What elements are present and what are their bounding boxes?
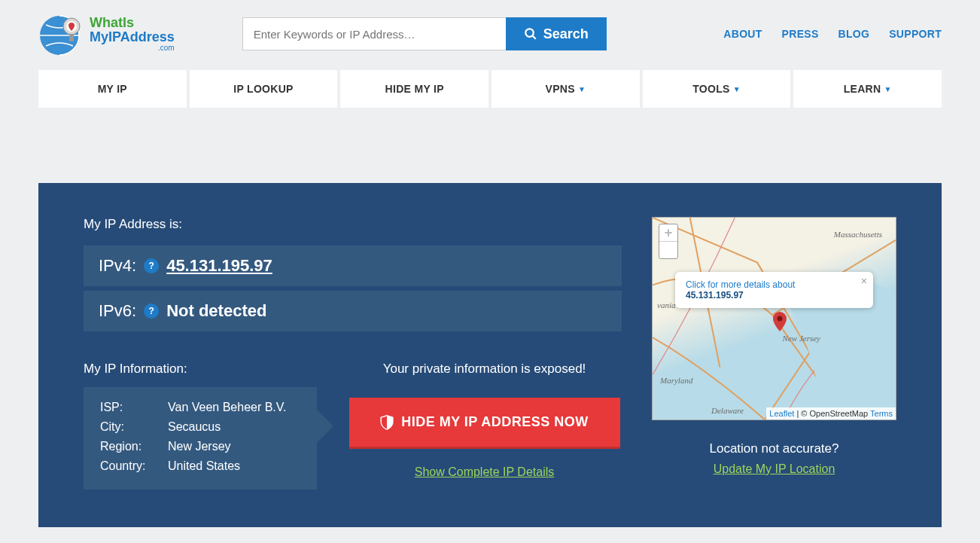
map-label-mass: Massachusetts (834, 230, 882, 239)
city-label: City: (100, 420, 168, 434)
search-button[interactable]: Search (506, 17, 607, 50)
logo-line1: WhatIs (90, 16, 175, 30)
popup-text: Click for more details about (686, 279, 795, 290)
country-value: United States (168, 459, 300, 473)
location-not-accurate: Location not accurate? (652, 441, 896, 456)
map-label-md: Maryland (660, 376, 692, 385)
main-nav: MY IP IP LOOKUP HIDE MY IP VPNS▼ TOOLS▼ … (38, 70, 942, 108)
ipv6-label: IPv6: (99, 301, 136, 321)
svg-point-4 (525, 29, 534, 37)
logo[interactable]: WhatIs MyIPAddress .com (38, 11, 175, 56)
ipv4-label: IPv4: (99, 256, 136, 276)
region-label: Region: (100, 440, 168, 453)
isp-label: ISP: (100, 401, 168, 414)
help-icon[interactable]: ? (144, 258, 159, 273)
zoom-control: + – (659, 224, 678, 259)
svg-line-5 (532, 35, 536, 39)
ipv4-value[interactable]: 45.131.195.97 (166, 256, 272, 276)
country-label: Country: (100, 459, 168, 473)
chevron-down-icon: ▼ (884, 85, 891, 93)
nav-ip-lookup[interactable]: IP LOOKUP (190, 70, 341, 108)
svg-rect-3 (69, 34, 74, 41)
map-label-de: Delaware (711, 406, 744, 415)
show-details-link[interactable]: Show Complete IP Details (347, 465, 622, 479)
logo-line3: .com (90, 44, 175, 53)
isp-value: Van Veen Beheer B.V. (168, 401, 300, 414)
top-link-support[interactable]: SUPPORT (889, 28, 942, 40)
help-icon[interactable]: ? (144, 304, 159, 319)
logo-line2: MyIPAddress (90, 30, 175, 44)
exposed-text: Your private information is exposed! (347, 361, 622, 377)
region-value: New Jersey (168, 440, 300, 453)
terms-link[interactable]: Terms (870, 409, 893, 418)
city-value: Secaucus (168, 420, 300, 434)
leaflet-link[interactable]: Leaflet (769, 409, 794, 418)
info-title: My IP Information: (84, 361, 317, 377)
ipv4-box: IPv4: ? 45.131.195.97 (84, 246, 622, 286)
nav-my-ip[interactable]: MY IP (38, 70, 190, 108)
top-link-press[interactable]: PRESS (782, 28, 819, 40)
shield-icon (380, 415, 394, 430)
nav-vpns[interactable]: VPNS▼ (492, 70, 643, 108)
search-input[interactable] (242, 17, 506, 50)
ipv6-value: Not detected (166, 301, 266, 321)
hide-ip-button-label: HIDE MY IP ADDRESS NOW (401, 414, 589, 430)
nav-tools[interactable]: TOOLS▼ (643, 70, 794, 108)
nav-hide-my-ip[interactable]: HIDE MY IP (340, 70, 492, 108)
info-block: ISP:Van Veen Beheer B.V. City:Secaucus R… (84, 387, 317, 490)
zoom-out-button[interactable]: – (659, 242, 677, 258)
nav-learn[interactable]: LEARN▼ (793, 70, 942, 108)
search-icon (524, 27, 537, 41)
update-location-link[interactable]: Update My IP Location (652, 462, 896, 476)
top-links: ABOUT PRESS BLOG SUPPORT (723, 28, 942, 40)
map-label-nj: New Jersey (783, 334, 820, 343)
search-form: Search (242, 17, 607, 50)
map[interactable]: Massachusetts vania New Jersey Maryland … (652, 217, 896, 420)
popup-ip: 45.131.195.97 (686, 290, 744, 300)
svg-point-6 (778, 316, 783, 322)
map-popup[interactable]: Click for more details about 45.131.195.… (675, 272, 873, 308)
map-attribution: Leaflet | © OpenStreetMap Terms (766, 407, 896, 419)
panel-title: My IP Address is: (84, 217, 622, 232)
chevron-down-icon: ▼ (733, 85, 741, 93)
top-link-blog[interactable]: BLOG (838, 28, 870, 40)
search-button-label: Search (543, 26, 589, 42)
zoom-in-button[interactable]: + (659, 224, 677, 242)
globe-icon (38, 11, 84, 56)
hide-ip-button[interactable]: HIDE MY IP ADDRESS NOW (349, 398, 620, 449)
map-pin-icon (773, 312, 787, 331)
top-link-about[interactable]: ABOUT (723, 28, 762, 40)
close-icon[interactable]: × (861, 275, 867, 287)
ip-panel: My IP Address is: IPv4: ? 45.131.195.97 … (38, 183, 942, 527)
map-label-pa: vania (657, 300, 675, 310)
chevron-down-icon: ▼ (578, 85, 586, 93)
